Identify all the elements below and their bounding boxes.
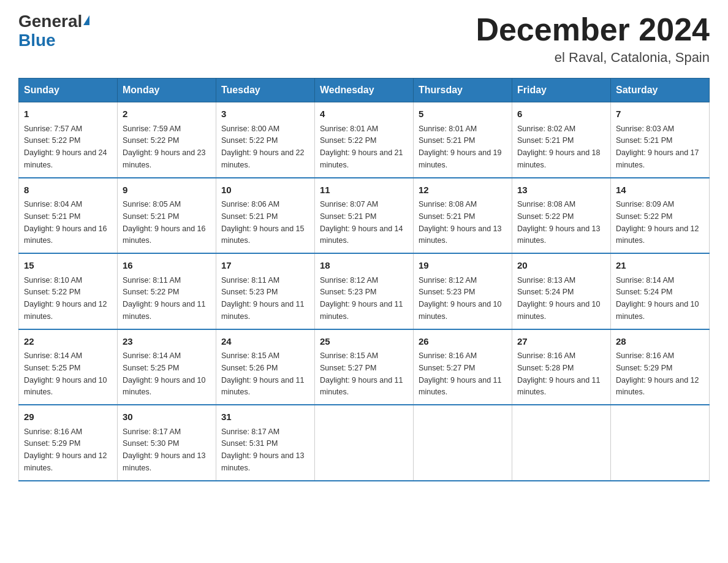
day-number: 9 (123, 183, 211, 197)
table-row: 13 Sunrise: 8:08 AMSunset: 5:22 PMDaylig… (512, 178, 611, 254)
table-row: 26 Sunrise: 8:16 AMSunset: 5:27 PMDaylig… (414, 329, 512, 405)
day-number: 5 (419, 107, 507, 121)
table-row: 6 Sunrise: 8:02 AMSunset: 5:21 PMDayligh… (512, 102, 611, 178)
table-row: 1 Sunrise: 7:57 AMSunset: 5:22 PMDayligh… (19, 102, 118, 178)
day-number: 11 (320, 183, 408, 197)
day-info: Sunrise: 8:16 AMSunset: 5:29 PMDaylight:… (616, 351, 699, 396)
table-row: 15 Sunrise: 8:10 AMSunset: 5:22 PMDaylig… (19, 253, 118, 329)
table-row: 4 Sunrise: 8:01 AMSunset: 5:22 PMDayligh… (315, 102, 414, 178)
day-info: Sunrise: 8:07 AMSunset: 5:21 PMDaylight:… (320, 200, 403, 245)
day-info: Sunrise: 8:03 AMSunset: 5:21 PMDaylight:… (616, 124, 699, 169)
day-info: Sunrise: 8:00 AMSunset: 5:22 PMDaylight:… (221, 124, 305, 169)
day-info: Sunrise: 8:12 AMSunset: 5:23 PMDaylight:… (419, 276, 502, 321)
calendar-week-row: 15 Sunrise: 8:10 AMSunset: 5:22 PMDaylig… (19, 253, 710, 329)
table-row: 9 Sunrise: 8:05 AMSunset: 5:21 PMDayligh… (118, 178, 216, 254)
day-number: 23 (123, 335, 211, 349)
day-info: Sunrise: 8:14 AMSunset: 5:24 PMDaylight:… (616, 276, 699, 321)
day-info: Sunrise: 8:09 AMSunset: 5:22 PMDaylight:… (616, 200, 699, 245)
day-number: 22 (24, 335, 112, 349)
table-row: 21 Sunrise: 8:14 AMSunset: 5:24 PMDaylig… (611, 253, 710, 329)
day-info: Sunrise: 8:16 AMSunset: 5:29 PMDaylight:… (24, 427, 107, 472)
table-row: 22 Sunrise: 8:14 AMSunset: 5:25 PMDaylig… (19, 329, 118, 405)
day-number: 2 (123, 107, 211, 121)
logo: General Blue (18, 12, 89, 50)
day-info: Sunrise: 8:11 AMSunset: 5:22 PMDaylight:… (123, 276, 206, 321)
day-number: 27 (517, 335, 605, 349)
day-number: 1 (24, 107, 112, 121)
table-row (611, 405, 710, 481)
day-number: 19 (419, 259, 507, 273)
day-info: Sunrise: 8:01 AMSunset: 5:21 PMDaylight:… (419, 124, 502, 169)
day-number: 18 (320, 259, 408, 273)
day-info: Sunrise: 8:02 AMSunset: 5:21 PMDaylight:… (517, 124, 601, 169)
table-row: 16 Sunrise: 8:11 AMSunset: 5:22 PMDaylig… (118, 253, 216, 329)
calendar-week-row: 29 Sunrise: 8:16 AMSunset: 5:29 PMDaylig… (19, 405, 710, 481)
logo-blue-text: Blue (18, 31, 56, 50)
day-number: 21 (616, 259, 704, 273)
day-info: Sunrise: 8:13 AMSunset: 5:24 PMDaylight:… (517, 276, 601, 321)
table-row: 27 Sunrise: 8:16 AMSunset: 5:28 PMDaylig… (512, 329, 611, 405)
day-info: Sunrise: 8:15 AMSunset: 5:26 PMDaylight:… (221, 351, 305, 396)
day-number: 24 (221, 335, 309, 349)
table-row: 5 Sunrise: 8:01 AMSunset: 5:21 PMDayligh… (414, 102, 512, 178)
day-info: Sunrise: 8:16 AMSunset: 5:28 PMDaylight:… (517, 351, 601, 396)
day-info: Sunrise: 8:11 AMSunset: 5:23 PMDaylight:… (221, 276, 305, 321)
table-row (315, 405, 414, 481)
table-row: 8 Sunrise: 8:04 AMSunset: 5:21 PMDayligh… (19, 178, 118, 254)
table-row: 17 Sunrise: 8:11 AMSunset: 5:23 PMDaylig… (216, 253, 315, 329)
day-info: Sunrise: 8:16 AMSunset: 5:27 PMDaylight:… (419, 351, 502, 396)
table-row: 24 Sunrise: 8:15 AMSunset: 5:26 PMDaylig… (216, 329, 315, 405)
col-sunday: Sunday (19, 79, 118, 102)
day-number: 8 (24, 183, 112, 197)
col-thursday: Thursday (414, 79, 512, 102)
day-info: Sunrise: 8:14 AMSunset: 5:25 PMDaylight:… (24, 351, 107, 396)
calendar-location: el Raval, Catalonia, Spain (476, 50, 710, 66)
table-row: 31 Sunrise: 8:17 AMSunset: 5:31 PMDaylig… (216, 405, 315, 481)
day-number: 6 (517, 107, 605, 121)
table-row: 20 Sunrise: 8:13 AMSunset: 5:24 PMDaylig… (512, 253, 611, 329)
table-row (512, 405, 611, 481)
col-wednesday: Wednesday (315, 79, 414, 102)
day-info: Sunrise: 8:08 AMSunset: 5:22 PMDaylight:… (517, 200, 601, 245)
day-number: 17 (221, 259, 309, 273)
table-row: 2 Sunrise: 7:59 AMSunset: 5:22 PMDayligh… (118, 102, 216, 178)
day-number: 13 (517, 183, 605, 197)
table-row: 29 Sunrise: 8:16 AMSunset: 5:29 PMDaylig… (19, 405, 118, 481)
day-number: 4 (320, 107, 408, 121)
day-number: 10 (221, 183, 309, 197)
day-info: Sunrise: 8:10 AMSunset: 5:22 PMDaylight:… (24, 276, 107, 321)
day-info: Sunrise: 8:17 AMSunset: 5:31 PMDaylight:… (221, 427, 305, 472)
day-info: Sunrise: 8:08 AMSunset: 5:21 PMDaylight:… (419, 200, 502, 245)
calendar-title: December 2024 (476, 12, 710, 47)
day-number: 7 (616, 107, 704, 121)
page-header: General Blue December 2024 el Raval, Cat… (18, 12, 710, 66)
day-number: 14 (616, 183, 704, 197)
day-number: 20 (517, 259, 605, 273)
day-number: 15 (24, 259, 112, 273)
title-block: December 2024 el Raval, Catalonia, Spain (476, 12, 710, 66)
day-info: Sunrise: 7:59 AMSunset: 5:22 PMDaylight:… (123, 124, 206, 169)
table-row (414, 405, 512, 481)
day-info: Sunrise: 8:05 AMSunset: 5:21 PMDaylight:… (123, 200, 206, 245)
calendar-table: Sunday Monday Tuesday Wednesday Thursday… (18, 78, 710, 481)
day-number: 29 (24, 410, 112, 424)
day-number: 12 (419, 183, 507, 197)
table-row: 18 Sunrise: 8:12 AMSunset: 5:23 PMDaylig… (315, 253, 414, 329)
day-number: 26 (419, 335, 507, 349)
day-number: 31 (221, 410, 309, 424)
calendar-week-row: 8 Sunrise: 8:04 AMSunset: 5:21 PMDayligh… (19, 178, 710, 254)
table-row: 10 Sunrise: 8:06 AMSunset: 5:21 PMDaylig… (216, 178, 315, 254)
table-row: 28 Sunrise: 8:16 AMSunset: 5:29 PMDaylig… (611, 329, 710, 405)
logo-triangle-icon (83, 15, 89, 25)
logo-general-text: General (18, 12, 82, 31)
table-row: 12 Sunrise: 8:08 AMSunset: 5:21 PMDaylig… (414, 178, 512, 254)
calendar-header-row: Sunday Monday Tuesday Wednesday Thursday… (19, 79, 710, 102)
table-row: 25 Sunrise: 8:15 AMSunset: 5:27 PMDaylig… (315, 329, 414, 405)
table-row: 23 Sunrise: 8:14 AMSunset: 5:25 PMDaylig… (118, 329, 216, 405)
day-info: Sunrise: 8:06 AMSunset: 5:21 PMDaylight:… (221, 200, 305, 245)
day-number: 25 (320, 335, 408, 349)
calendar-week-row: 1 Sunrise: 7:57 AMSunset: 5:22 PMDayligh… (19, 102, 710, 178)
col-tuesday: Tuesday (216, 79, 315, 102)
table-row: 19 Sunrise: 8:12 AMSunset: 5:23 PMDaylig… (414, 253, 512, 329)
table-row: 30 Sunrise: 8:17 AMSunset: 5:30 PMDaylig… (118, 405, 216, 481)
